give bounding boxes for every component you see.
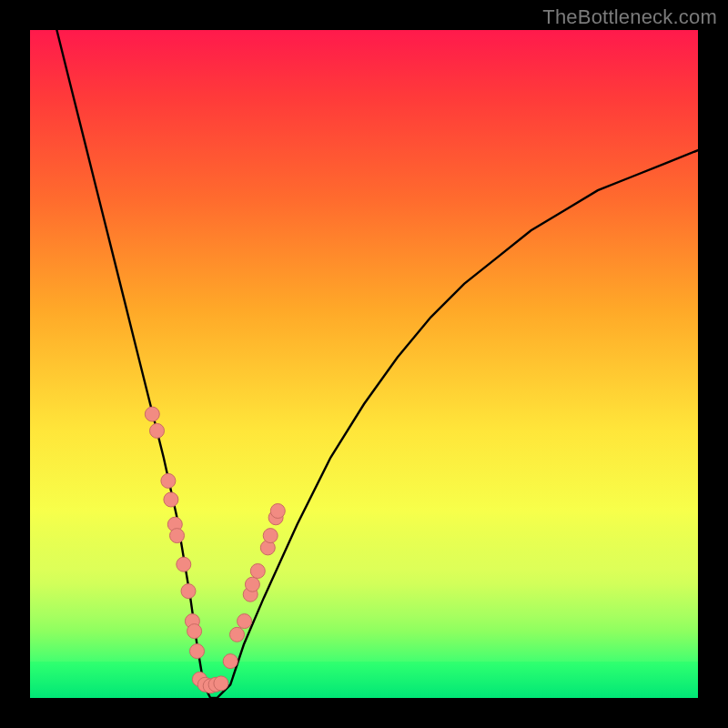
- curve-marker: [161, 473, 176, 488]
- bottleneck-curve: [56, 30, 698, 698]
- curve-marker: [263, 529, 278, 543]
- curve-marker: [150, 423, 165, 438]
- curve-marker: [164, 492, 178, 507]
- curve-marker: [245, 577, 259, 592]
- curve-marker: [181, 584, 196, 599]
- curve-marker: [214, 676, 228, 691]
- attribution-text: TheBottleneck.com: [542, 5, 717, 29]
- curve-marker: [170, 529, 185, 543]
- curve-marker: [190, 644, 205, 659]
- curve-marker: [238, 614, 252, 629]
- curve-marker: [187, 624, 202, 639]
- curve-layer: [30, 30, 698, 698]
- curve-marker: [145, 407, 159, 421]
- plot-area: [30, 30, 698, 698]
- curve-marker: [177, 557, 191, 571]
- curve-marker: [250, 564, 265, 579]
- curve-marker: [270, 504, 285, 519]
- curve-marker: [223, 654, 238, 669]
- chart-frame: TheBottleneck.com: [0, 0, 728, 728]
- curve-markers: [145, 407, 285, 693]
- curve-marker: [230, 627, 245, 642]
